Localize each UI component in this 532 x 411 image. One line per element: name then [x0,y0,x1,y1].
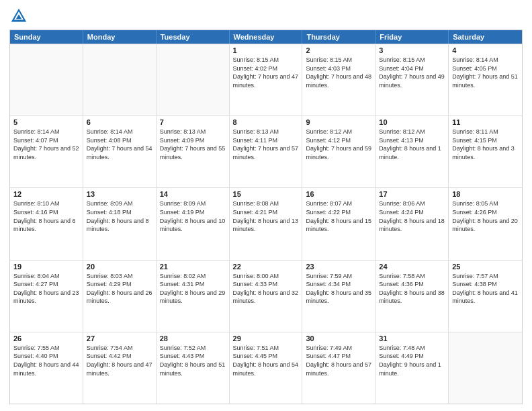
day-cell-6: 6Sunrise: 8:14 AM Sunset: 4:08 PM Daylig… [83,116,157,187]
day-cell-8: 8Sunrise: 8:13 AM Sunset: 4:11 PM Daylig… [230,116,303,187]
day-number: 4 [452,46,519,54]
day-cell-26: 26Sunrise: 7:55 AM Sunset: 4:40 PM Dayli… [10,332,83,404]
page: SundayMondayTuesdayWednesdayThursdayFrid… [0,0,532,411]
day-cell-11: 11Sunrise: 8:11 AM Sunset: 4:15 PM Dayli… [449,116,522,187]
day-number: 6 [87,118,152,126]
day-info: Sunrise: 8:11 AM Sunset: 4:15 PM Dayligh… [452,128,519,161]
day-info: Sunrise: 8:06 AM Sunset: 4:24 PM Dayligh… [379,199,445,233]
day-cell-empty [83,44,157,116]
day-cell-5: 5Sunrise: 8:14 AM Sunset: 4:07 PM Daylig… [10,116,83,187]
day-number: 13 [87,190,152,198]
logo [9,7,31,26]
header-day-sunday: Sunday [10,30,83,44]
day-cell-24: 24Sunrise: 7:58 AM Sunset: 4:36 PM Dayli… [375,261,449,332]
day-cell-23: 23Sunrise: 7:59 AM Sunset: 4:34 PM Dayli… [302,261,375,332]
day-cell-9: 9Sunrise: 8:12 AM Sunset: 4:12 PM Daylig… [302,116,375,187]
day-info: Sunrise: 7:58 AM Sunset: 4:36 PM Dayligh… [379,272,445,306]
day-number: 31 [379,334,445,342]
day-info: Sunrise: 8:15 AM Sunset: 4:04 PM Dayligh… [379,56,445,89]
day-info: Sunrise: 8:15 AM Sunset: 4:02 PM Dayligh… [233,56,299,89]
logo-icon [9,7,28,26]
day-info: Sunrise: 8:15 AM Sunset: 4:03 PM Dayligh… [306,56,371,89]
header-day-thursday: Thursday [302,30,375,44]
day-info: Sunrise: 8:13 AM Sunset: 4:11 PM Dayligh… [233,128,299,161]
day-number: 19 [13,263,79,271]
day-number: 26 [13,334,79,342]
day-number: 12 [13,190,79,198]
calendar-row-4: 19Sunrise: 8:04 AM Sunset: 4:27 PM Dayli… [10,260,522,332]
day-number: 30 [306,334,371,342]
calendar-row-2: 5Sunrise: 8:14 AM Sunset: 4:07 PM Daylig… [10,116,522,187]
day-info: Sunrise: 7:52 AM Sunset: 4:43 PM Dayligh… [160,344,226,377]
day-number: 8 [233,118,299,126]
day-number: 18 [452,190,519,198]
header-day-tuesday: Tuesday [157,30,230,44]
day-cell-20: 20Sunrise: 8:03 AM Sunset: 4:29 PM Dayli… [83,261,157,332]
calendar: SundayMondayTuesdayWednesdayThursdayFrid… [9,30,523,404]
header-day-friday: Friday [375,30,449,44]
day-cell-25: 25Sunrise: 7:57 AM Sunset: 4:38 PM Dayli… [449,261,522,332]
day-cell-4: 4Sunrise: 8:14 AM Sunset: 4:05 PM Daylig… [449,44,522,116]
day-cell-13: 13Sunrise: 8:09 AM Sunset: 4:18 PM Dayli… [83,188,157,259]
day-info: Sunrise: 7:59 AM Sunset: 4:34 PM Dayligh… [306,272,371,306]
day-cell-14: 14Sunrise: 8:09 AM Sunset: 4:19 PM Dayli… [157,188,230,259]
header-day-wednesday: Wednesday [230,30,303,44]
day-info: Sunrise: 8:02 AM Sunset: 4:31 PM Dayligh… [160,272,226,306]
day-cell-28: 28Sunrise: 7:52 AM Sunset: 4:43 PM Dayli… [157,332,230,404]
day-cell-empty [10,44,83,116]
day-info: Sunrise: 8:09 AM Sunset: 4:19 PM Dayligh… [160,199,226,233]
day-number: 21 [160,263,226,271]
day-cell-1: 1Sunrise: 8:15 AM Sunset: 4:02 PM Daylig… [230,44,303,116]
day-number: 10 [379,118,445,126]
day-number: 7 [160,118,226,126]
day-info: Sunrise: 8:10 AM Sunset: 4:16 PM Dayligh… [13,199,79,233]
day-number: 17 [379,190,445,198]
day-cell-7: 7Sunrise: 8:13 AM Sunset: 4:09 PM Daylig… [157,116,230,187]
header-day-monday: Monday [83,30,157,44]
day-cell-16: 16Sunrise: 8:07 AM Sunset: 4:22 PM Dayli… [302,188,375,259]
day-number: 16 [306,190,371,198]
day-number: 29 [233,334,299,342]
calendar-row-5: 26Sunrise: 7:55 AM Sunset: 4:40 PM Dayli… [10,332,522,404]
day-info: Sunrise: 7:55 AM Sunset: 4:40 PM Dayligh… [13,344,79,377]
day-info: Sunrise: 8:14 AM Sunset: 4:07 PM Dayligh… [13,128,79,161]
day-cell-10: 10Sunrise: 8:12 AM Sunset: 4:13 PM Dayli… [375,116,449,187]
day-number: 9 [306,118,371,126]
day-number: 20 [87,263,152,271]
day-info: Sunrise: 7:57 AM Sunset: 4:38 PM Dayligh… [452,272,519,306]
day-cell-empty [157,44,230,116]
calendar-header: SundayMondayTuesdayWednesdayThursdayFrid… [10,30,522,44]
day-info: Sunrise: 8:05 AM Sunset: 4:26 PM Dayligh… [452,199,519,233]
day-cell-15: 15Sunrise: 8:08 AM Sunset: 4:21 PM Dayli… [230,188,303,259]
day-cell-21: 21Sunrise: 8:02 AM Sunset: 4:31 PM Dayli… [157,261,230,332]
header-day-saturday: Saturday [449,30,522,44]
day-number: 15 [233,190,299,198]
day-number: 24 [379,263,445,271]
day-info: Sunrise: 8:09 AM Sunset: 4:18 PM Dayligh… [87,199,152,233]
day-info: Sunrise: 7:48 AM Sunset: 4:49 PM Dayligh… [379,344,445,377]
day-info: Sunrise: 8:12 AM Sunset: 4:12 PM Dayligh… [306,128,371,161]
day-info: Sunrise: 8:12 AM Sunset: 4:13 PM Dayligh… [379,128,445,161]
day-info: Sunrise: 7:54 AM Sunset: 4:42 PM Dayligh… [87,344,152,377]
day-info: Sunrise: 8:04 AM Sunset: 4:27 PM Dayligh… [13,272,79,306]
day-cell-19: 19Sunrise: 8:04 AM Sunset: 4:27 PM Dayli… [10,261,83,332]
day-cell-22: 22Sunrise: 8:00 AM Sunset: 4:33 PM Dayli… [230,261,303,332]
day-cell-30: 30Sunrise: 7:49 AM Sunset: 4:47 PM Dayli… [302,332,375,404]
day-number: 23 [306,263,371,271]
day-number: 11 [452,118,519,126]
day-number: 27 [87,334,152,342]
day-cell-27: 27Sunrise: 7:54 AM Sunset: 4:42 PM Dayli… [83,332,157,404]
header [9,7,523,26]
day-number: 25 [452,263,519,271]
calendar-row-1: 1Sunrise: 8:15 AM Sunset: 4:02 PM Daylig… [10,44,522,116]
day-number: 2 [306,46,371,54]
day-cell-3: 3Sunrise: 8:15 AM Sunset: 4:04 PM Daylig… [375,44,449,116]
day-cell-31: 31Sunrise: 7:48 AM Sunset: 4:49 PM Dayli… [375,332,449,404]
day-info: Sunrise: 8:08 AM Sunset: 4:21 PM Dayligh… [233,199,299,233]
day-number: 1 [233,46,299,54]
day-number: 22 [233,263,299,271]
day-info: Sunrise: 8:14 AM Sunset: 4:05 PM Dayligh… [452,56,519,89]
calendar-body: 1Sunrise: 8:15 AM Sunset: 4:02 PM Daylig… [10,44,522,404]
day-number: 28 [160,334,226,342]
day-info: Sunrise: 8:07 AM Sunset: 4:22 PM Dayligh… [306,199,371,233]
